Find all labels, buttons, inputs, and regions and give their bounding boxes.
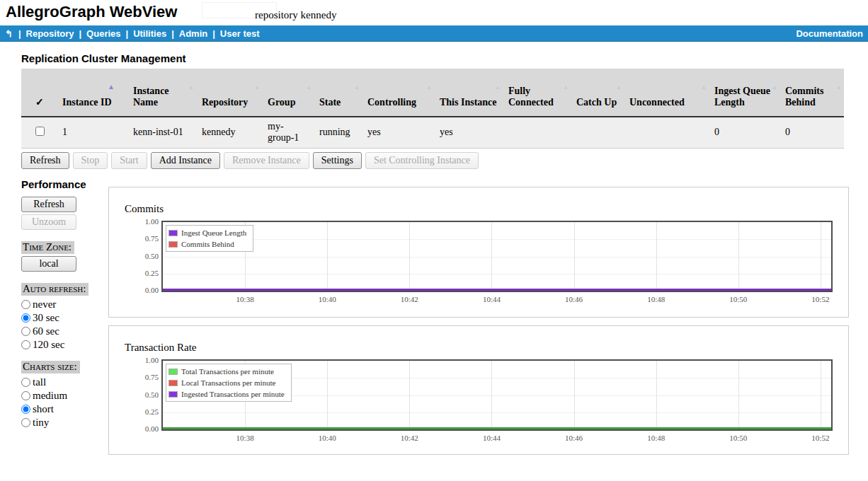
- gridline-vertical: [656, 222, 657, 291]
- charts-size-radio-short[interactable]: [21, 405, 30, 414]
- legend-item: Ingested Transactions per minute: [169, 388, 285, 400]
- gridline-vertical: [327, 361, 328, 429]
- y-axis-tick: 0.50: [127, 390, 159, 399]
- legend-label: Ingest Queue Length: [181, 228, 246, 237]
- x-axis-tick: 10:52: [811, 295, 829, 303]
- auto-refresh-group: never30 sec60 sec120 sec: [21, 298, 109, 352]
- radio-label: tiny: [33, 417, 49, 429]
- cluster-table: ✓Instance ID▲Instance Name▲Repository▲Gr…: [21, 69, 844, 149]
- radio-option-medium: medium: [21, 389, 109, 402]
- sort-arrow-icon: ▲: [616, 84, 622, 91]
- remove-instance-button[interactable]: Remove Instance: [224, 152, 309, 169]
- col-header-repository[interactable]: Repository▲: [196, 69, 262, 117]
- row-checkbox[interactable]: [35, 127, 45, 136]
- col-header-controlling[interactable]: Controlling▲: [362, 69, 434, 117]
- gridline-vertical: [574, 222, 575, 291]
- charts-size-radio-tall[interactable]: [21, 378, 30, 387]
- col-header-label: Repository: [202, 97, 248, 108]
- col-header-unconnected[interactable]: Unconnected▲: [624, 69, 709, 117]
- x-axis-tick: 10:38: [236, 295, 254, 303]
- col-header-state[interactable]: State▲: [314, 69, 362, 117]
- legend-swatch-icon: [169, 391, 178, 398]
- table-cell: yes: [362, 117, 434, 148]
- check-icon: ✓: [35, 97, 44, 108]
- cluster-table-body: 1kenn-inst-01kennedymy-group-1runningyes…: [21, 117, 844, 148]
- radio-label: 60 sec: [33, 325, 59, 337]
- auto-refresh-radio-120-sec[interactable]: [21, 340, 30, 349]
- y-axis-tick: 0.25: [127, 269, 159, 277]
- table-cell: kenn-inst-01: [127, 117, 196, 148]
- auto-refresh-radio-30-sec[interactable]: [21, 313, 30, 323]
- col-header-group[interactable]: Group▲: [262, 69, 314, 117]
- x-axis-tick: 10:50: [729, 295, 747, 303]
- start-button[interactable]: Start: [111, 152, 147, 169]
- table-cell: [624, 117, 709, 148]
- col-header-label: Catch Up: [576, 97, 617, 108]
- stop-button[interactable]: Stop: [73, 152, 108, 169]
- sort-arrow-icon: ▲: [836, 84, 842, 91]
- unzoom-button[interactable]: Unzoom: [21, 214, 76, 230]
- legend-item: Ingest Queue Length: [169, 227, 246, 238]
- x-axis-tick: 10:42: [401, 295, 418, 303]
- x-axis-tick: 10:40: [319, 295, 336, 303]
- nav-menu: ↰ |Repository|Queries|Utilities|Admin|Us…: [5, 28, 796, 39]
- gridline-vertical: [821, 361, 821, 429]
- timezone-local-button[interactable]: local: [21, 256, 76, 272]
- col-header-instance-name[interactable]: Instance Name▲: [127, 69, 196, 117]
- table-cell: 0: [780, 117, 844, 148]
- col-header-catch-up[interactable]: Catch Up▲: [571, 69, 624, 117]
- nav-item-documentation[interactable]: Documentation: [796, 28, 863, 39]
- table-cell: [503, 117, 571, 148]
- y-axis-tick: 1.00: [127, 217, 159, 226]
- col-header-commits-behind[interactable]: Commits Behind▲: [780, 69, 844, 117]
- charts-size-radio-tiny[interactable]: [21, 418, 30, 427]
- gridline-vertical: [574, 361, 575, 429]
- back-arrow-icon[interactable]: ↰: [5, 28, 13, 39]
- add-instance-button[interactable]: Add Instance: [151, 152, 220, 169]
- nav-separator: |: [171, 28, 174, 39]
- performance-buttons: RefreshUnzoom: [21, 197, 109, 230]
- radio-label: short: [33, 403, 54, 415]
- nav-item-utilities[interactable]: Utilities: [133, 28, 166, 39]
- set-controlling-instance-button[interactable]: Set Controlling Instance: [365, 152, 479, 169]
- nav-item-admin[interactable]: Admin: [179, 28, 207, 39]
- gridline-vertical: [656, 361, 657, 429]
- col-header-ingest-queue-length[interactable]: Ingest Queue Length▲: [709, 69, 780, 117]
- charts-size-label: Charts size:: [21, 361, 80, 373]
- radio-option-30-sec: 30 sec: [21, 311, 109, 325]
- nav-item-repository[interactable]: Repository: [26, 28, 74, 39]
- settings-button[interactable]: Settings: [313, 152, 362, 169]
- refresh-button[interactable]: Refresh: [21, 197, 76, 212]
- nav-item-user-test[interactable]: User test: [220, 28, 260, 39]
- chart-plot-area: 10:3810:4010:4210:4410:4610:4810:5010:52…: [161, 359, 833, 431]
- refresh-button[interactable]: Refresh: [21, 152, 69, 169]
- nav-item-queries[interactable]: Queries: [86, 28, 120, 39]
- legend-swatch-icon: [169, 230, 178, 236]
- chart-title-transaction-rate: Transaction Rate: [125, 342, 197, 354]
- col-header-instance-id[interactable]: Instance ID▲: [57, 69, 127, 117]
- col-header-fully-connected[interactable]: Fully Connected▲: [503, 69, 571, 117]
- radio-label: medium: [33, 390, 67, 402]
- auto-refresh-radio-never[interactable]: [21, 300, 30, 309]
- charts-size-radio-medium[interactable]: [21, 391, 30, 400]
- x-axis-tick: 10:44: [483, 295, 501, 303]
- x-axis-tick: 10:48: [647, 295, 665, 303]
- col-header-label: Controlling: [367, 97, 416, 108]
- col-header-label: Commits Behind: [785, 86, 823, 108]
- col-header-select[interactable]: ✓: [21, 69, 57, 117]
- y-axis-tick: 0.00: [127, 424, 159, 433]
- x-axis-tick: 10:40: [319, 434, 336, 442]
- gridline-vertical: [821, 222, 821, 291]
- chart-plot-area: 10:3810:4010:4210:4410:4610:4810:5010:52…: [161, 221, 833, 292]
- auto-refresh-radio-60-sec[interactable]: [21, 327, 30, 336]
- radio-option-60-sec: 60 sec: [21, 325, 109, 338]
- app-header: AllegroGraph WebView repository kennedy: [0, 0, 868, 25]
- radio-label: 30 sec: [33, 312, 59, 324]
- gridline-vertical: [738, 222, 739, 291]
- gridline-vertical: [409, 361, 410, 429]
- col-header-this-instance[interactable]: This Instance▲: [434, 69, 503, 117]
- radio-option-tall: tall: [21, 376, 109, 389]
- chart-panel-commits: Commits10:3810:4010:4210:4410:4610:4810:…: [108, 187, 849, 318]
- sort-arrow-icon: ▲: [495, 84, 501, 91]
- gridline-horizontal: [163, 239, 831, 240]
